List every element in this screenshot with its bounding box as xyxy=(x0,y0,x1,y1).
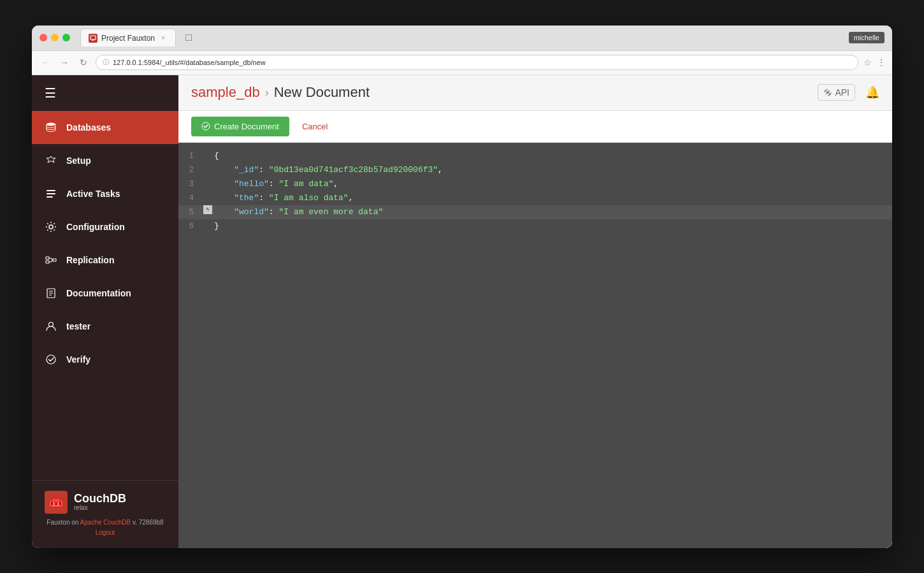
svg-rect-7 xyxy=(46,257,49,259)
create-document-button[interactable]: Create Document xyxy=(191,117,289,136)
user-badge: michelle xyxy=(849,32,884,43)
couchdb-tagline: relax xyxy=(74,504,126,511)
couch-logo-text-group: CouchDB relax xyxy=(74,493,126,511)
active-tasks-icon xyxy=(45,187,57,200)
bookmark-icon[interactable]: ☆ xyxy=(863,57,872,68)
setup-icon xyxy=(45,154,57,167)
svg-point-15 xyxy=(47,355,55,364)
svg-rect-0 xyxy=(90,36,96,40)
code-line-6: 6 } xyxy=(178,219,892,233)
main-area: sample_db › New Document API 🔔 xyxy=(178,75,892,548)
code-editor[interactable]: 1 { 2 "_id": "0bd13ea0d741acf3c28b57ad92… xyxy=(178,143,892,548)
app-content: ☰ Databases xyxy=(32,75,892,548)
url-text: 127.0.0.1:5984/_utils/#/database/sample_… xyxy=(113,59,851,66)
tab-favicon xyxy=(89,34,97,43)
sidebar: ☰ Databases xyxy=(32,75,178,548)
sidebar-item-replication[interactable]: Replication xyxy=(32,243,178,277)
svg-rect-19 xyxy=(59,502,61,505)
code-line-2: 2 "_id": "0bd13ea0d741acf3c28b57ad920006… xyxy=(178,163,892,177)
line-number-6: 6 xyxy=(178,219,201,233)
minimize-traffic-light[interactable] xyxy=(51,34,59,41)
code-line-3: 3 "hello": "I am data", xyxy=(178,177,892,191)
title-bar: Project Fauxton × □ michelle xyxy=(32,25,892,51)
line-content-3: "hello": "I am data", xyxy=(214,177,892,191)
main-topbar: sample_db › New Document API 🔔 xyxy=(178,75,892,111)
cancel-button[interactable]: Cancel xyxy=(297,117,333,136)
notification-bell-icon[interactable]: 🔔 xyxy=(865,85,879,99)
sidebar-item-replication-label: Replication xyxy=(66,255,114,265)
address-input[interactable]: ⓘ 127.0.0.1:5984/_utils/#/database/sampl… xyxy=(96,55,858,70)
svg-point-2 xyxy=(47,122,55,126)
api-button[interactable]: API xyxy=(818,84,855,101)
footer-version: v. 72869b8 xyxy=(131,519,164,526)
sidebar-item-tester[interactable]: tester xyxy=(32,310,178,343)
line-gutter-5[interactable]: ✎ xyxy=(201,205,214,214)
sidebar-item-verify-label: Verify xyxy=(66,354,90,365)
apache-couchdb-link[interactable]: Apache CouchDB xyxy=(80,519,131,526)
sidebar-item-configuration[interactable]: Configuration xyxy=(32,210,178,243)
couch-logo: CouchDB relax xyxy=(45,491,166,514)
svg-point-6 xyxy=(49,225,53,229)
hamburger-menu[interactable]: ☰ xyxy=(32,75,178,111)
line-number-2: 2 xyxy=(178,163,201,177)
back-button[interactable]: ← xyxy=(38,55,52,69)
checkmark-icon xyxy=(201,122,210,131)
tab-close-button[interactable]: × xyxy=(159,34,168,43)
line-number-1: 1 xyxy=(178,149,201,163)
line-number-4: 4 xyxy=(178,191,201,205)
close-traffic-light[interactable] xyxy=(40,34,47,41)
user-icon xyxy=(45,320,57,333)
sidebar-item-configuration-label: Configuration xyxy=(66,222,125,232)
sidebar-item-databases-label: Databases xyxy=(66,122,111,133)
logout-link[interactable]: Logout xyxy=(45,528,166,538)
forward-button[interactable]: → xyxy=(57,55,71,69)
svg-point-20 xyxy=(51,498,61,502)
sidebar-item-databases[interactable]: Databases xyxy=(32,111,178,144)
sidebar-item-active-tasks[interactable]: Active Tasks xyxy=(32,177,178,210)
sidebar-item-tester-label: tester xyxy=(66,321,90,331)
footer-prefix: Fauxton on xyxy=(47,519,80,526)
configuration-icon xyxy=(45,221,57,233)
replication-icon xyxy=(45,254,57,266)
line-number-3: 3 xyxy=(178,177,201,191)
sidebar-item-setup[interactable]: Setup xyxy=(32,144,178,177)
sidebar-item-documentation[interactable]: Documentation xyxy=(32,277,178,310)
sidebar-footer: CouchDB relax Fauxton on Apache CouchDB … xyxy=(32,480,178,548)
browser-tab[interactable]: Project Fauxton × xyxy=(80,29,176,47)
breadcrumb: sample_db › New Document xyxy=(191,84,811,101)
address-bar: ← → ↻ ⓘ 127.0.0.1:5984/_utils/#/database… xyxy=(32,51,892,75)
new-tab-button[interactable]: □ xyxy=(181,30,196,45)
line-content-4: "the": "I am also data", xyxy=(214,191,892,205)
lock-icon: ⓘ xyxy=(103,58,109,67)
api-label: API xyxy=(835,87,849,98)
documentation-icon xyxy=(45,287,57,300)
topbar-actions: API 🔔 xyxy=(818,84,879,101)
menu-icon[interactable]: ⋮ xyxy=(877,57,886,68)
line-content-6: } xyxy=(214,219,892,233)
sidebar-item-verify[interactable]: Verify xyxy=(32,343,178,376)
footer-info: Fauxton on Apache CouchDB v. 72869b8 Log… xyxy=(45,518,166,538)
verify-icon xyxy=(45,353,57,366)
databases-icon xyxy=(45,121,57,134)
line-number-5: 5 xyxy=(178,205,201,219)
sidebar-item-active-tasks-label: Active Tasks xyxy=(66,189,120,199)
traffic-lights xyxy=(40,34,70,41)
breadcrumb-db-link[interactable]: sample_db xyxy=(191,84,260,101)
maximize-traffic-light[interactable] xyxy=(62,34,70,41)
refresh-button[interactable]: ↻ xyxy=(76,55,90,69)
svg-rect-9 xyxy=(53,259,56,261)
svg-rect-1 xyxy=(92,40,94,41)
sidebar-item-setup-label: Setup xyxy=(66,156,91,166)
browser-window: Project Fauxton × □ michelle ← → ↻ ⓘ 127… xyxy=(32,25,892,548)
line-content-1: { xyxy=(214,149,892,163)
sidebar-nav: Databases Setup xyxy=(32,111,178,480)
line-edit-icon[interactable]: ✎ xyxy=(203,205,212,214)
line-content-2: "_id": "0bd13ea0d741acf3c28b57ad920006f3… xyxy=(214,163,892,177)
code-line-5: 5 ✎ "world": "I am even more data" xyxy=(178,205,892,219)
tab-title: Project Fauxton xyxy=(101,34,155,43)
svg-rect-4 xyxy=(47,193,55,194)
svg-rect-3 xyxy=(47,190,55,191)
api-icon xyxy=(823,88,832,97)
couchdb-logo-icon xyxy=(45,491,68,514)
create-document-label: Create Document xyxy=(214,122,279,131)
